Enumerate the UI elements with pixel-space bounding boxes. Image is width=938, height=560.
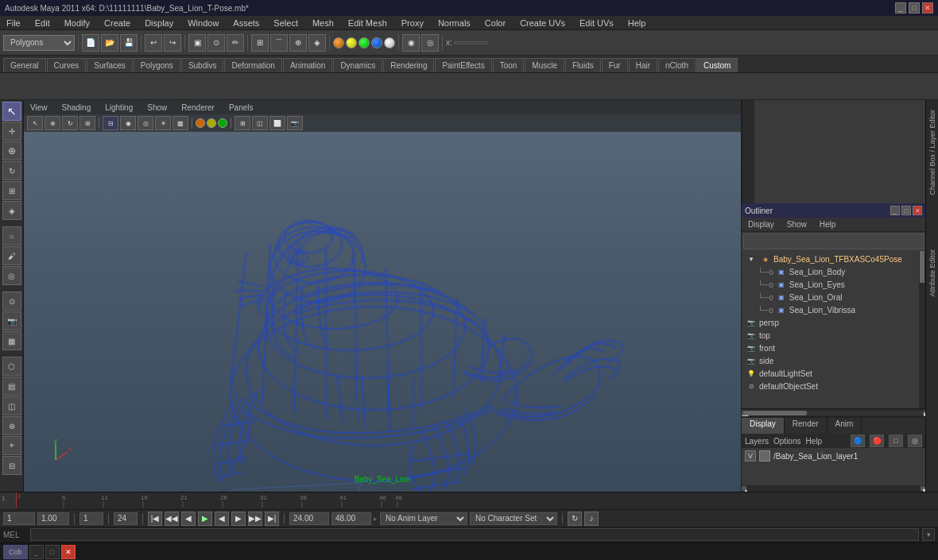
shelf-tab-rendering[interactable]: Rendering [383, 58, 434, 72]
menu-mesh[interactable]: Mesh [309, 17, 337, 29]
mode-dropdown[interactable]: Polygons Surfaces Dynamics Rendering Ani… [3, 35, 75, 51]
attribute-editor-tab[interactable]: Attribute Editor [928, 246, 937, 300]
br-scroll-btn-up[interactable]: ▲ [742, 486, 746, 491]
shelf-tab-subdivs[interactable]: Subdivs [181, 58, 224, 72]
vp-move-btn[interactable]: ⊕ [45, 116, 60, 130]
taskbar-close-all[interactable]: ✕ [61, 545, 76, 559]
menu-edit[interactable]: Edit [32, 17, 53, 29]
color-sphere-yellow[interactable] [346, 37, 357, 48]
outliner-menu-display[interactable]: Display [745, 219, 777, 230]
tree-item-front[interactable]: 📷 front [742, 342, 919, 354]
color-sphere-orange[interactable] [333, 37, 344, 48]
soft-select[interactable]: ○ [2, 226, 21, 245]
maximize-button[interactable]: □ [909, 2, 920, 14]
new-file-button[interactable]: 📄 [82, 34, 99, 52]
shelf-tab-fluids[interactable]: Fluids [565, 58, 601, 72]
timeline[interactable]: 1 1 6 11 16 21 26 31 36 [0, 492, 938, 509]
vp-menu-show[interactable]: Show [144, 102, 170, 113]
range-start-input[interactable] [289, 512, 329, 525]
prev-key-btn[interactable]: ◀◀ [165, 512, 179, 526]
br-subtab-help[interactable]: Help [805, 437, 822, 446]
vp-scale-btn[interactable]: ⊞ [79, 116, 95, 130]
br-subtab-layers[interactable]: Layers [745, 437, 769, 446]
tree-item-defaultobjectset[interactable]: ⊙ defaultObjectSet [742, 380, 919, 392]
taskbar-item-cob[interactable]: Cob [3, 545, 28, 559]
vp-color-green[interactable] [218, 118, 227, 128]
vp-wireframe-btn[interactable]: ⊟ [103, 116, 118, 130]
vp-grid-btn[interactable]: ⊞ [234, 116, 250, 130]
br-tab-anim[interactable]: Anim [828, 418, 862, 434]
mel-history-btn[interactable]: ▾ [922, 528, 935, 541]
tree-item-vibrissa[interactable]: └─o ▣ Sea_Lion_Vibrissa [742, 303, 919, 316]
br-new-layer-btn[interactable]: 🔵 [851, 434, 865, 447]
taskbar-minimize-all[interactable]: _ [29, 545, 44, 559]
vp-texture-btn[interactable]: ▩ [172, 116, 188, 130]
merge[interactable]: ⊛ [2, 416, 21, 435]
vp-select-btn[interactable]: ↖ [27, 116, 43, 130]
bridge[interactable]: ⊟ [2, 456, 21, 475]
br-vscroll[interactable]: ▲ ▼ [742, 485, 925, 492]
menu-modify[interactable]: Modify [61, 17, 93, 29]
select-tool-button[interactable]: ↖ [2, 102, 21, 121]
shelf-tab-animation[interactable]: Animation [283, 58, 332, 72]
shelf-tab-surfaces[interactable]: Surfaces [87, 58, 132, 72]
shelf-tab-hair[interactable]: Hair [629, 58, 657, 72]
menu-color[interactable]: Color [482, 17, 509, 29]
tree-item-side[interactable]: 📷 side [742, 354, 919, 367]
tree-item-defaultlightset[interactable]: 💡 defaultLightSet [742, 367, 919, 380]
lasso-button[interactable]: ⊙ [207, 34, 225, 52]
color-sphere-white[interactable] [384, 37, 395, 48]
transform-tool-button[interactable]: ✛ [2, 122, 21, 141]
br-tab-render[interactable]: Render [785, 418, 828, 434]
end-range-input[interactable] [114, 512, 138, 525]
audio-btn[interactable]: ♪ [584, 512, 599, 526]
channel-box-tab[interactable]: Channel Box / Layer Editor [928, 106, 937, 199]
menu-editmesh[interactable]: Edit Mesh [345, 17, 390, 29]
br-render-layer-btn[interactable]: ◎ [908, 434, 922, 447]
redo-button[interactable]: ↪ [164, 34, 181, 52]
menu-createuvs[interactable]: Create UVs [517, 17, 568, 29]
shelf-tab-custom[interactable]: Custom [696, 58, 738, 72]
vp-color-orange[interactable] [196, 118, 205, 128]
vp-menu-shading[interactable]: Shading [59, 102, 95, 113]
paint-attr[interactable]: 🖌 [2, 246, 21, 265]
vp-image-plane-btn[interactable]: ⬜ [269, 116, 285, 130]
anim-layer-dropdown[interactable]: No Anim Layer [380, 512, 467, 525]
shelf-tab-dynamics[interactable]: Dynamics [333, 58, 382, 72]
vp-light-btn[interactable]: ☀ [155, 116, 171, 130]
br-delete-layer-btn[interactable]: 🔴 [870, 434, 884, 447]
open-file-button[interactable]: 📂 [101, 34, 118, 52]
last-tool[interactable]: ⊙ [2, 292, 21, 311]
vp-color-yellow[interactable] [207, 118, 216, 128]
vp-camera-btn[interactable]: 📷 [287, 116, 303, 130]
outliner-scrollbar-thumb[interactable] [920, 251, 924, 283]
tree-item-body[interactable]: └─o ▣ Sea_Lion_Body [742, 265, 919, 278]
outliner-search-input[interactable] [747, 238, 920, 246]
outliner-menu-show[interactable]: Show [784, 219, 810, 230]
show-manip[interactable]: ◎ [2, 266, 21, 285]
vp-smooth-btn[interactable]: ◉ [120, 116, 136, 130]
select-mode-button[interactable]: ▣ [188, 34, 206, 52]
outliner-menu-help[interactable]: Help [816, 219, 839, 230]
cut-faces[interactable]: ⌖ [2, 436, 21, 455]
next-frame-btn[interactable]: ▶ [231, 512, 246, 526]
rotate-tool-button[interactable]: ↻ [2, 161, 21, 180]
paint-sel-button[interactable]: ✏ [227, 34, 244, 52]
tree-item-top[interactable]: 📷 top [742, 329, 919, 342]
layer-visibility-btn[interactable]: V [745, 450, 756, 462]
next-key-btn[interactable]: ▶▶ [248, 512, 262, 526]
snap-surface-button[interactable]: ◈ [308, 34, 326, 52]
menu-edituvs[interactable]: Edit UVs [576, 17, 617, 29]
taskbar-restore-all[interactable]: □ [45, 545, 60, 559]
frame-range-input[interactable] [79, 512, 103, 525]
shelf-tab-painteffects[interactable]: PaintEffects [435, 58, 491, 72]
shelf-tab-toon[interactable]: Toon [493, 58, 525, 72]
universal-manip[interactable]: ◈ [2, 201, 21, 220]
scale-tool-button[interactable]: ⊞ [2, 181, 21, 200]
tree-item-persp[interactable]: 📷 persp [742, 316, 919, 329]
color-sphere-blue[interactable] [371, 37, 382, 48]
prev-frame-btn[interactable]: ◀ [181, 512, 196, 526]
shelf-tab-general[interactable]: General [3, 58, 46, 72]
shelf-tab-curves[interactable]: Curves [47, 58, 87, 72]
vp-smooth2-btn[interactable]: ◎ [138, 116, 153, 130]
